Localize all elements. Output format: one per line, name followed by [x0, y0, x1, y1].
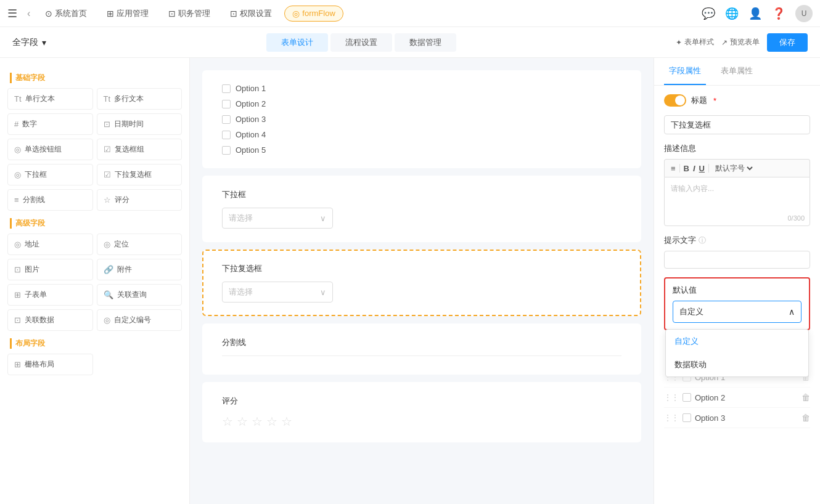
sidebar-item-dropdown-multi[interactable]: ☑ 下拉复选框: [97, 164, 182, 185]
dropdown-select[interactable]: 请选择 ∨: [222, 208, 333, 229]
tab-data-manage[interactable]: 数据管理: [395, 33, 456, 52]
style-icon: ✦: [676, 38, 682, 47]
delete-option-2[interactable]: 🗑: [802, 392, 810, 402]
star-2[interactable]: ☆: [237, 414, 248, 429]
checkbox-box-5[interactable]: [222, 146, 231, 155]
title-input[interactable]: [664, 115, 810, 134]
right-panel: 字段属性 表单属性 标题 * 描述信息 ≡: [654, 58, 820, 504]
dropdown-multi-card[interactable]: 下拉复选框 请选择 ∨: [202, 250, 641, 316]
sidebar-item-location[interactable]: ◎ 定位: [97, 234, 182, 255]
sidebar-item-related-data[interactable]: ⊡ 关联数据: [7, 309, 93, 331]
title-row: 标题 *: [664, 94, 810, 107]
desc-count: 0/300: [787, 214, 805, 222]
checkbox-box-3[interactable]: [222, 115, 231, 124]
checkbox-list: Option 1 Option 2 Option 3 Option 4 Opti…: [222, 84, 621, 155]
avatar[interactable]: U: [795, 5, 813, 22]
rating-card[interactable]: 评分 ☆ ☆ ☆ ☆ ☆: [202, 382, 641, 442]
dropdown-option-custom[interactable]: 自定义: [666, 330, 808, 353]
sidebar-item-subtable[interactable]: ⊞ 子表单: [7, 284, 93, 306]
toolbar: 全字段 ▾ 表单设计 流程设置 数据管理 ✦ 表单样式 ↗ 预览表单 保存: [0, 27, 820, 58]
checkbox-box-2[interactable]: [222, 100, 231, 108]
sidebar-item-divider[interactable]: ≡ 分割线: [7, 189, 93, 211]
chevron-down-icon: ∨: [320, 214, 326, 223]
font-size-select[interactable]: 默认字号: [713, 163, 755, 173]
checkbox-label-2: Option 2: [236, 99, 266, 108]
sidebar-item-datetime[interactable]: ⊡ 日期时间: [97, 113, 182, 135]
grid-icon: ⊞: [14, 360, 21, 369]
star-3[interactable]: ☆: [252, 414, 263, 429]
divider-card[interactable]: 分割线: [202, 323, 641, 375]
tab-field-props[interactable]: 字段属性: [664, 58, 706, 85]
dropdown-placeholder: 请选择: [229, 213, 253, 224]
option-check-2[interactable]: [683, 393, 691, 402]
save-button[interactable]: 保存: [767, 33, 808, 52]
star-4[interactable]: ☆: [266, 414, 277, 429]
sidebar-item-multi-text[interactable]: Tt 多行文本: [97, 88, 182, 110]
dropdown-card[interactable]: 下拉框 请选择 ∨: [202, 176, 641, 242]
dropdown-option-data-link[interactable]: 数据联动: [666, 353, 808, 376]
delete-option-3[interactable]: 🗑: [802, 413, 810, 423]
back-icon[interactable]: ‹: [27, 8, 30, 19]
checkbox-box-1[interactable]: [222, 84, 231, 93]
dropdown-multi-select[interactable]: 请选择 ∨: [222, 282, 333, 303]
nav-tab-home[interactable]: ⊙ 系统首页: [38, 6, 94, 22]
nav-tab-app[interactable]: ⊞ 应用管理: [99, 6, 156, 22]
checkbox-option-5[interactable]: Option 5: [222, 145, 621, 155]
drag-handle-3[interactable]: ⋮⋮: [664, 413, 679, 422]
tab-flow-settings[interactable]: 流程设置: [330, 33, 392, 52]
underline-button[interactable]: U: [699, 164, 705, 173]
drag-handle-2[interactable]: ⋮⋮: [664, 393, 679, 402]
nav-tab-permission[interactable]: ⊡ 权限设置: [223, 6, 279, 22]
field-filter[interactable]: 全字段 ▾: [12, 37, 46, 48]
checkbox-option-1[interactable]: Option 1: [222, 84, 621, 93]
checkbox-box-4[interactable]: [222, 131, 231, 139]
star-rating[interactable]: ☆ ☆ ☆ ☆ ☆: [222, 414, 621, 429]
section-title-layout: 布局字段: [10, 338, 182, 349]
sidebar-item-number[interactable]: # 数字: [7, 113, 93, 135]
sidebar-item-grid[interactable]: ⊞ 栅格布局: [7, 354, 93, 375]
star-5[interactable]: ☆: [281, 414, 292, 429]
checkbox-option-4[interactable]: Option 4: [222, 130, 621, 139]
align-button[interactable]: ≡: [671, 164, 676, 173]
question-icon[interactable]: ❓: [772, 7, 785, 20]
number-icon: #: [14, 120, 18, 129]
checkbox-label-5: Option 5: [236, 145, 266, 155]
nav-tab-position[interactable]: ⊡ 职务管理: [161, 6, 218, 22]
chat-icon[interactable]: 💬: [702, 7, 715, 20]
option-label-2: Option 2: [695, 393, 798, 402]
sidebar-item-checkbox[interactable]: ☑ 复选框组: [97, 139, 182, 160]
desc-toolbar: ≡ B I U 默认字号: [664, 159, 810, 177]
title-toggle[interactable]: [664, 94, 686, 107]
form-style-button[interactable]: ✦ 表单样式: [676, 37, 714, 47]
tab-form-props[interactable]: 表单属性: [716, 58, 758, 85]
rating-icon: ☆: [104, 195, 111, 205]
checkbox-option-3[interactable]: Option 3: [222, 115, 621, 124]
sidebar-item-rating[interactable]: ☆ 评分: [97, 189, 182, 211]
star-1[interactable]: ☆: [222, 414, 233, 429]
menu-icon[interactable]: ☰: [7, 7, 17, 20]
sidebar-item-radio[interactable]: ◎ 单选按钮组: [7, 139, 93, 160]
sidebar-item-dropdown[interactable]: ◎ 下拉框: [7, 164, 93, 185]
sidebar-item-custom-no[interactable]: ◎ 自定义编号: [97, 309, 182, 331]
option-check-3[interactable]: [683, 413, 691, 422]
hint-input[interactable]: [664, 251, 810, 269]
top-nav: ☰ ‹ ⊙ 系统首页 ⊞ 应用管理 ⊡ 职务管理 ⊡ 权限设置 ◎ formFl…: [0, 0, 820, 27]
sidebar-item-image[interactable]: ⊡ 图片: [7, 259, 93, 280]
desc-body[interactable]: 请输入内容... 0/300: [664, 177, 810, 226]
bold-button[interactable]: B: [684, 164, 689, 173]
checkbox-option-2[interactable]: Option 2: [222, 99, 621, 108]
globe-icon[interactable]: 🌐: [725, 7, 739, 20]
checkbox-group-card[interactable]: Option 1 Option 2 Option 3 Option 4 Opti…: [202, 70, 641, 168]
sidebar-item-query[interactable]: 🔍 关联查询: [97, 284, 182, 306]
preview-button[interactable]: ↗ 预览表单: [721, 37, 760, 47]
chevron-up-icon: ∧: [789, 307, 795, 317]
sidebar-item-attachment[interactable]: 🔗 附件: [97, 259, 182, 280]
tab-form-design[interactable]: 表单设计: [266, 33, 328, 52]
nav-tab-formflow[interactable]: ◎ formFlow: [284, 6, 343, 22]
checkbox-label-3: Option 3: [236, 115, 266, 124]
sidebar-item-address[interactable]: ◎ 地址: [7, 234, 93, 255]
default-value-select[interactable]: 自定义 ∧: [673, 301, 802, 323]
help-icon[interactable]: 👤: [748, 7, 762, 20]
sidebar-item-single-text[interactable]: Tt 单行文本: [7, 88, 93, 110]
italic-button[interactable]: I: [693, 164, 695, 173]
